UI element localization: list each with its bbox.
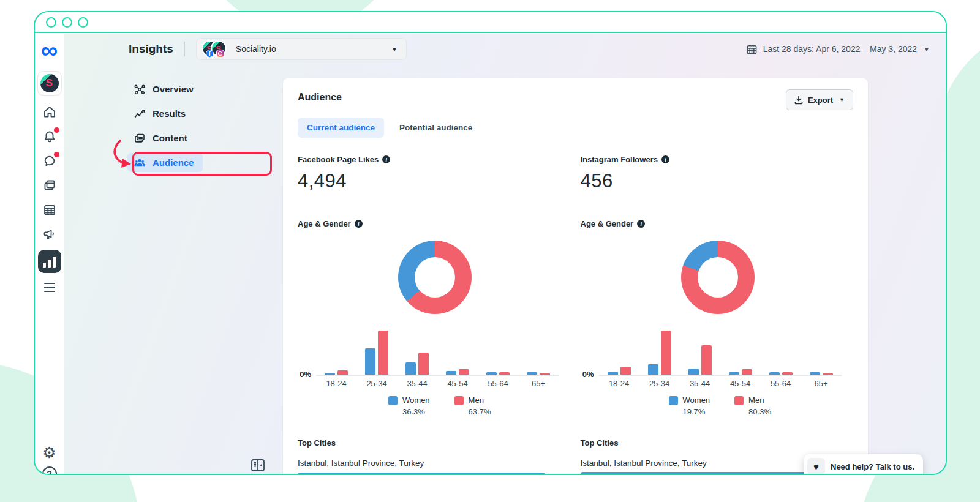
notifications-icon[interactable] (42, 129, 58, 144)
nav-item-content[interactable]: Content (127, 129, 203, 148)
date-range-label: Last 28 days: Apr 6, 2022 – May 3, 2022 (763, 44, 917, 54)
age-tick-label: 18-24 (316, 379, 356, 388)
help-question-icon[interactable]: ? (42, 466, 57, 475)
stat-value: 456 (581, 170, 854, 192)
axis-zero-label: 0% (298, 370, 316, 379)
browser-window: ∞ S (34, 11, 947, 475)
men-bar (459, 369, 469, 375)
women-swatch (669, 396, 678, 405)
caret-down-icon: ▼ (391, 46, 398, 53)
insights-icon-active[interactable] (38, 250, 61, 273)
notification-badge (54, 127, 59, 133)
caret-down-icon: ▼ (924, 46, 930, 53)
planner-icon[interactable] (42, 202, 58, 218)
audience-section: Instagram Followers i 456 Age & Gender i… (576, 151, 854, 474)
tab-potential-audience[interactable]: Potential audience (390, 118, 481, 138)
women-bar (729, 372, 739, 375)
home-icon[interactable] (42, 104, 58, 120)
women-bar (608, 372, 618, 375)
traffic-light-circle[interactable] (62, 17, 72, 28)
info-icon[interactable]: i (355, 220, 363, 228)
gender-legend: Women 36.3% Men 63.7% (304, 395, 576, 416)
age-tick-label: 45-54 (437, 379, 478, 388)
page-title: Insights (129, 42, 173, 56)
women-bar (810, 372, 820, 375)
messages-icon[interactable] (42, 153, 58, 169)
stat-label: Instagram Followers (581, 155, 658, 164)
date-range-picker[interactable]: Last 28 days: Apr 6, 2022 – May 3, 2022 … (746, 43, 930, 55)
men-bar (661, 331, 671, 375)
nav-item-overview[interactable]: Overview (127, 80, 203, 99)
legend-men-label: Men (748, 395, 771, 405)
top-cities-title: Top Cities (581, 438, 854, 448)
info-icon[interactable]: i (662, 155, 669, 163)
help-label: Need help? Talk to us. (831, 462, 914, 471)
traffic-light-circle[interactable] (78, 17, 88, 28)
facebook-badge-icon: f (206, 50, 214, 58)
nav-label: Content (153, 133, 187, 143)
pages-icon[interactable] (42, 178, 58, 193)
settings-gear-icon[interactable]: ⚙ (42, 444, 56, 460)
women-bar (486, 372, 497, 375)
men-bar (418, 353, 429, 375)
age-tick-label: 65+ (801, 379, 842, 388)
top-city-bar-fill (298, 473, 545, 474)
nav-item-audience[interactable]: Audience (127, 153, 203, 172)
results-icon (134, 108, 146, 120)
info-icon[interactable]: i (382, 155, 390, 163)
legend-women-pct: 36.3% (402, 407, 430, 416)
audience-tabs: Current audience Potential audience (298, 118, 853, 138)
instagram-badge-icon (216, 50, 224, 58)
women-bar (688, 369, 699, 375)
legend-men-label: Men (469, 395, 491, 405)
women-bar (405, 362, 416, 375)
age-gender-title: Age & Gender (298, 219, 351, 228)
age-bar-group (599, 328, 639, 375)
export-label: Export (808, 96, 833, 105)
icon-rail: ∞ S (35, 34, 64, 474)
insights-nav: Overview Results Content Audience (127, 80, 203, 172)
legend-men-pct: 63.7% (469, 407, 491, 416)
nav-item-results[interactable]: Results (127, 104, 203, 123)
women-bar (648, 364, 658, 375)
age-bar-group (518, 328, 559, 375)
age-bar-group (478, 328, 518, 375)
men-bar (782, 372, 793, 375)
export-button[interactable]: Export ▼ (786, 89, 853, 110)
help-chat-widget[interactable]: ♥ Need help? Talk to us. (804, 454, 923, 474)
bar-x-labels: 18-2425-3435-4445-5455-6465+ (316, 379, 576, 388)
traffic-light-circle[interactable] (46, 17, 56, 28)
account-dropdown[interactable]: S S f Sociality.io ▼ (196, 38, 407, 60)
men-bar (742, 369, 752, 375)
sociality-logo-icon: S (40, 74, 59, 92)
meta-logo-icon: ∞ (41, 38, 58, 64)
menu-icon[interactable] (44, 283, 55, 292)
top-city-bar-fill (581, 472, 828, 474)
age-gender-bar-chart: 0% (298, 328, 576, 376)
audience-icon (134, 157, 146, 169)
men-bar (337, 370, 348, 375)
age-gender-donut-chart (398, 241, 472, 314)
audience-columns: Facebook Page Likes i 4,494 Age & Gender… (298, 151, 853, 474)
bar-groups (316, 328, 559, 376)
header-divider (184, 42, 185, 56)
collapse-sidebar-button[interactable] (250, 457, 266, 473)
info-icon[interactable]: i (637, 220, 645, 228)
legend-men-pct: 80.3% (748, 407, 771, 416)
men-bar (499, 372, 510, 375)
ads-megaphone-icon[interactable] (42, 227, 58, 242)
heart-icon: ♥ (807, 458, 825, 474)
sociality-avatar[interactable]: S (37, 71, 62, 96)
audience-panel: Audience Export ▼ Current audience Poten… (283, 78, 868, 474)
age-tick-label: 35-44 (397, 379, 437, 388)
age-tick-label: 25-34 (356, 379, 397, 388)
age-tick-label: 55-64 (478, 379, 518, 388)
caret-down-icon: ▼ (839, 97, 845, 103)
stat-label: Facebook Page Likes (298, 155, 379, 164)
age-tick-label: 35-44 (680, 379, 720, 388)
age-bar-group (316, 328, 356, 375)
age-bar-group (680, 328, 720, 375)
tab-current-audience[interactable]: Current audience (298, 118, 384, 138)
window-titlebar (35, 12, 946, 33)
download-icon (794, 96, 803, 105)
